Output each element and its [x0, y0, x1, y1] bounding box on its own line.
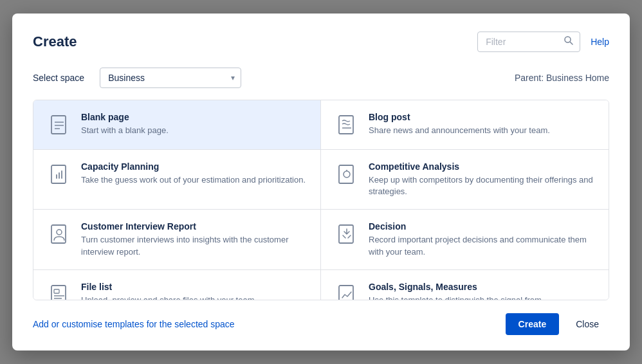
- svg-rect-9: [339, 165, 353, 183]
- template-icon-customer: [46, 221, 72, 247]
- template-item[interactable]: Decision Record important project decisi…: [321, 210, 609, 269]
- template-icon-decision: [334, 221, 360, 247]
- svg-point-10: [344, 171, 350, 177]
- help-link[interactable]: Help: [591, 37, 609, 47]
- templates-grid-container: Blank page Start with a blank page. Blog…: [33, 100, 609, 300]
- svg-rect-6: [339, 116, 353, 134]
- space-select[interactable]: Business: [100, 68, 241, 88]
- templates-grid: Blank page Start with a blank page. Blog…: [33, 100, 609, 300]
- template-name: Competitive Analysis: [369, 161, 596, 172]
- template-item[interactable]: File list Upload, preview and share file…: [33, 270, 321, 300]
- template-text: Decision Record important project decisi…: [369, 221, 596, 257]
- footer-buttons: Create Close: [506, 313, 609, 335]
- template-icon-goals: [334, 282, 360, 300]
- template-text: Customer Interview Report Turn customer …: [81, 221, 307, 257]
- space-select-wrapper: Business ▾: [100, 68, 241, 88]
- template-name: Capacity Planning: [81, 161, 307, 172]
- template-icon-capacity: [46, 161, 72, 187]
- svg-rect-16: [54, 289, 59, 293]
- template-text: Goals, Signals, Measures Use this templa…: [369, 282, 596, 300]
- template-desc: Use this template to distinguish the sig…: [369, 295, 596, 300]
- template-desc: Share news and announcements with your t…: [369, 125, 596, 136]
- template-item[interactable]: Capacity Planning Take the guess work ou…: [33, 150, 321, 210]
- template-icon-blank: [46, 112, 72, 138]
- close-button[interactable]: Close: [565, 313, 609, 335]
- modal-title: Create: [33, 33, 77, 50]
- template-item[interactable]: Customer Interview Report Turn customer …: [33, 210, 321, 269]
- filter-input-wrapper: [477, 32, 580, 52]
- template-icon-competitive: [334, 161, 360, 187]
- template-desc: Record important project decisions and c…: [369, 234, 596, 257]
- modal-footer: Add or customise templates for the selec…: [33, 313, 609, 335]
- template-text: File list Upload, preview and share file…: [81, 282, 307, 300]
- template-name: Customer Interview Report: [81, 221, 307, 232]
- create-button[interactable]: Create: [506, 313, 560, 335]
- template-text: Competitive Analysis Keep up with compet…: [369, 161, 596, 197]
- svg-rect-19: [339, 286, 353, 300]
- template-text: Capacity Planning Take the guess work ou…: [81, 161, 307, 186]
- svg-point-13: [57, 230, 62, 235]
- template-desc: Take the guess work out of your estimati…: [81, 174, 307, 186]
- template-desc: Keep up with competitors by documenting …: [369, 174, 596, 197]
- modal-header: Create Help: [33, 32, 609, 52]
- svg-rect-2: [51, 116, 66, 134]
- template-item[interactable]: Blog post Share news and announcements w…: [321, 100, 609, 150]
- template-desc: Start with a blank page.: [81, 125, 307, 136]
- add-templates-link[interactable]: Add or customise templates for the selec…: [33, 319, 235, 329]
- template-name: File list: [81, 282, 307, 292]
- space-label: Select space: [33, 73, 84, 83]
- create-modal: Create Help Select space Business: [12, 14, 630, 350]
- template-text: Blog post Share news and announcements w…: [369, 112, 596, 136]
- template-name: Blank page: [81, 112, 307, 122]
- template-name: Decision: [369, 221, 596, 232]
- filter-input[interactable]: [477, 32, 580, 52]
- template-name: Goals, Signals, Measures: [369, 282, 596, 292]
- template-item[interactable]: Competitive Analysis Keep up with compet…: [321, 150, 609, 210]
- template-item[interactable]: Blank page Start with a blank page.: [33, 100, 321, 150]
- parent-label: Parent: Business Home: [515, 73, 609, 83]
- space-row: Select space Business ▾ Parent: Business…: [33, 68, 609, 88]
- template-name: Blog post: [369, 112, 596, 122]
- svg-rect-8: [51, 165, 66, 183]
- template-icon-blog: [334, 112, 360, 138]
- template-desc: Upload, preview and share files with you…: [81, 295, 307, 300]
- template-item[interactable]: Goals, Signals, Measures Use this templa…: [321, 270, 609, 300]
- template-desc: Turn customer interviews into insights w…: [81, 234, 307, 257]
- template-icon-filelist: [46, 282, 72, 300]
- template-text: Blank page Start with a blank page.: [81, 112, 307, 136]
- header-right: Help: [477, 32, 609, 52]
